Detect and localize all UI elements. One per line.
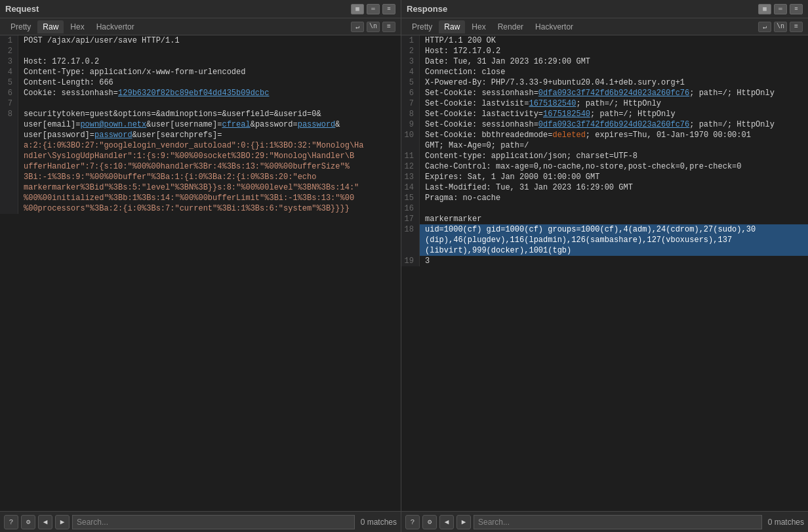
response-gear-icon[interactable]: ⚙ [422, 515, 437, 529]
table-row: 9 Set-Cookie: sessionhash=0dfa093c3f742f… [401, 119, 808, 130]
response-matches-label: 0 matches [765, 518, 804, 527]
request-gear-icon[interactable]: ⚙ [21, 515, 35, 529]
table-row: 5 Content-Length: 666 [0, 77, 401, 88]
table-row: 11 Content-type: application/json; chars… [401, 151, 808, 161]
table-row: 14 Last-Modified: Tue, 31 Jan 2023 16:29… [401, 182, 808, 193]
response-search-input[interactable] [474, 515, 762, 529]
request-question-icon[interactable]: ? [4, 515, 18, 529]
response-indent-icon[interactable]: \n [774, 22, 787, 32]
request-lines-icon[interactable]: ═ [367, 4, 380, 14]
response-tab-hex[interactable]: Hex [466, 20, 491, 33]
table-row: 3 Host: 172.17.0.2 [0, 56, 401, 67]
request-tab-icons: ↵ \n ≡ [351, 22, 395, 32]
response-panel-header: Response ▦ ═ ≡ [401, 0, 808, 18]
response-wrap-icon[interactable]: ↵ [758, 22, 771, 32]
table-row: 16 [401, 203, 808, 214]
request-prev-button[interactable]: ◀ [38, 515, 52, 529]
response-tab-hackvertor[interactable]: Hackvertor [530, 20, 578, 33]
response-panel: Response ▦ ═ ≡ Pretty Raw Hex Render Hac… [401, 0, 808, 532]
request-next-button[interactable]: ▶ [55, 515, 70, 529]
request-indent-icon[interactable]: \n [367, 22, 380, 32]
table-row: 19 3 [401, 256, 808, 266]
table-row: 12 Cache-Control: max-age=0,no-cache,no-… [401, 161, 808, 172]
table-row: 7 Set-Cookie: lastvisit=1675182540; path… [401, 98, 808, 109]
table-row: 4 Connection: close [401, 67, 808, 77]
table-row: 17 markermarker [401, 214, 808, 224]
table-row: 13 Expires: Sat, 1 Jan 2000 01:00:00 GMT [401, 172, 808, 182]
request-tab-hackvertor[interactable]: Hackvertor [91, 20, 140, 33]
table-row: 1 HTTP/1.1 200 OK [401, 35, 808, 46]
response-grid-icon[interactable]: ▦ [758, 4, 771, 14]
table-row: 18 uid=1000(cf) gid=1000(cf) groups=1000… [401, 224, 808, 256]
table-row: 15 Pragma: no-cache [401, 193, 808, 203]
request-code-area[interactable]: 1 POST /ajax/api/user/save HTTP/1.1 2 3 … [0, 35, 401, 511]
request-title: Request [5, 4, 39, 14]
table-row: 8 securitytoken=guest&options=&adminopti… [0, 109, 401, 214]
response-menu-icon[interactable]: ≡ [790, 4, 803, 14]
request-wrap-icon[interactable]: ↵ [351, 22, 364, 32]
request-matches-label: 0 matches [357, 518, 397, 527]
table-row: 7 [0, 98, 401, 109]
response-question-icon[interactable]: ? [405, 515, 420, 529]
request-bottom-bar: ? ⚙ ◀ ▶ 0 matches [0, 511, 401, 532]
request-more-icon[interactable]: ≡ [382, 22, 395, 32]
table-row: 2 [0, 46, 401, 56]
request-menu-icon[interactable]: ≡ [382, 4, 395, 14]
request-tab-raw[interactable]: Raw [37, 20, 64, 33]
table-row: 6 Cookie: sessionhash=129b6320f82bc89ebf… [0, 88, 401, 98]
response-more-icon[interactable]: ≡ [790, 22, 803, 32]
table-row: 3 Date: Tue, 31 Jan 2023 16:29:00 GMT [401, 56, 808, 67]
table-row: 8 Set-Cookie: lastactivity=1675182540; p… [401, 109, 808, 119]
response-tab-render[interactable]: Render [493, 20, 529, 33]
request-panel: Request ▦ ═ ≡ Pretty Raw Hex Hackvertor … [0, 0, 401, 532]
table-row: 4 Content-Type: application/x-www-form-u… [0, 67, 401, 77]
request-search-input[interactable] [72, 515, 355, 529]
table-row: 10 Set-Cookie: bbthreadedmode=deleted; e… [401, 130, 808, 151]
request-tab-pretty[interactable]: Pretty [5, 20, 36, 33]
response-tabs-bar: Pretty Raw Hex Render Hackvertor ↵ \n ≡ [401, 18, 808, 35]
response-lines-icon[interactable]: ═ [774, 4, 787, 14]
table-row: 6 Set-Cookie: sessionhash=0dfa093c3f742f… [401, 88, 808, 98]
response-tab-pretty[interactable]: Pretty [407, 20, 437, 33]
request-grid-icon[interactable]: ▦ [351, 4, 364, 14]
request-tab-hex[interactable]: Hex [65, 20, 89, 33]
response-prev-button[interactable]: ◀ [439, 515, 454, 529]
request-tabs-bar: Pretty Raw Hex Hackvertor ↵ \n ≡ [0, 18, 401, 35]
response-next-button[interactable]: ▶ [456, 515, 471, 529]
main-container: Request ▦ ═ ≡ Pretty Raw Hex Hackvertor … [0, 0, 808, 532]
request-panel-header: Request ▦ ═ ≡ [0, 0, 401, 18]
request-header-icons: ▦ ═ ≡ [351, 4, 395, 14]
response-code-area[interactable]: 1 HTTP/1.1 200 OK 2 Host: 172.17.0.2 3 D… [401, 35, 808, 511]
table-row: 1 POST /ajax/api/user/save HTTP/1.1 [0, 35, 401, 46]
response-bottom-bar: ? ⚙ ◀ ▶ 0 matches [401, 511, 808, 532]
response-header-icons: ▦ ═ ≡ [758, 4, 803, 14]
table-row: 5 X-Powered-By: PHP/7.3.33-9+ubuntu20.04… [401, 77, 808, 88]
response-tab-raw[interactable]: Raw [439, 20, 465, 33]
response-title: Response [407, 4, 447, 14]
table-row: 2 Host: 172.17.0.2 [401, 46, 808, 56]
response-tab-icons: ↵ \n ≡ [758, 22, 803, 32]
